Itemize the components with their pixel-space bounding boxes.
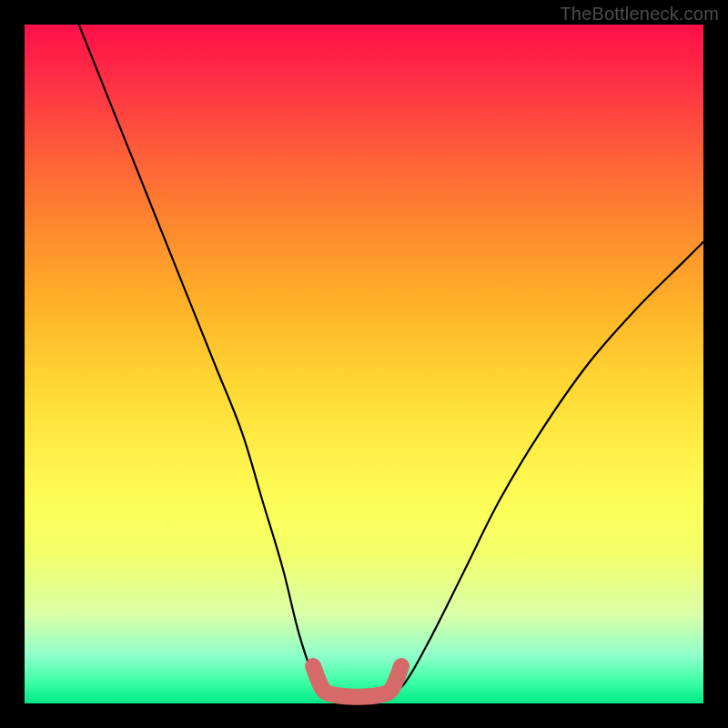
optimal-range-highlight — [313, 666, 401, 697]
bottleneck-curve — [79, 25, 703, 698]
chart-svg — [25, 25, 703, 703]
chart-frame: TheBottleneck.com — [0, 0, 728, 728]
watermark-text: TheBottleneck.com — [560, 4, 719, 25]
